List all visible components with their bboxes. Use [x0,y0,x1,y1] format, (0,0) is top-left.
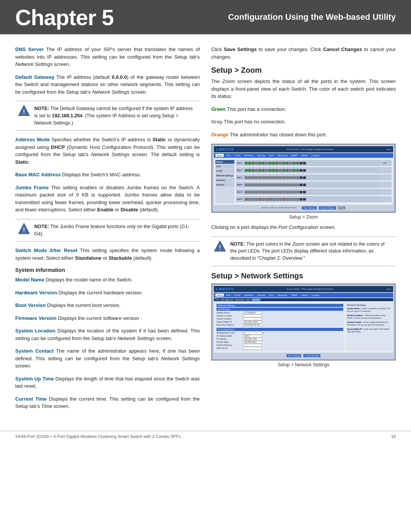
port[interactable] [245,184,248,186]
port[interactable] [303,169,306,172]
port[interactable] [265,169,268,172]
port[interactable] [282,191,285,193]
port[interactable] [282,169,285,172]
port[interactable] [299,176,303,179]
port[interactable] [279,184,282,186]
nav-admin[interactable]: Admin [300,154,309,157]
nn-statistics[interactable]: Statistics [243,294,254,297]
port[interactable] [293,191,296,193]
port[interactable] [262,198,265,201]
port[interactable] [276,162,279,165]
port[interactable] [248,198,251,201]
port[interactable] [272,176,275,179]
zoom-save-btn[interactable]: Save Settings [302,206,317,209]
port[interactable] [282,162,285,165]
port[interactable] [245,198,248,201]
port[interactable] [299,198,303,201]
port[interactable] [255,184,258,186]
nav-security[interactable]: Security [256,154,266,157]
nav-port[interactable]: Port [225,154,232,157]
port[interactable] [303,176,306,179]
ns-ip-address-value[interactable]: 192.168.1.254 [243,338,262,340]
port[interactable] [265,198,268,201]
port[interactable] [289,191,292,193]
nn-spanning[interactable]: Spanning [276,294,288,297]
port[interactable] [286,184,289,186]
subnav-password[interactable]: Password [235,299,244,301]
ns-dns-server-value[interactable] [243,347,262,350]
ns-mgmt-vlan-value[interactable]: 1 [243,332,262,334]
port[interactable] [299,191,303,193]
port[interactable] [255,169,258,172]
port[interactable] [299,162,303,165]
port[interactable] [255,191,258,193]
port[interactable] [286,198,289,201]
port[interactable] [272,198,275,201]
network-save-btn[interactable]: Save Settings [287,354,301,357]
port[interactable] [255,198,258,201]
port[interactable] [299,169,303,172]
ns-subnet-mask-value[interactable]: 255.255.255.0 [243,341,262,343]
port[interactable] [293,198,296,201]
ns-mac-address-value[interactable]: 00:16:b6:02:87:46 [243,324,262,326]
network-cancel-btn[interactable]: Cancel Changes [303,354,320,357]
ns-system-contact-value[interactable] [243,318,262,320]
port[interactable] [286,176,289,179]
port[interactable] [272,162,275,165]
port[interactable] [303,191,306,193]
ns-default-gw-value[interactable] [243,344,262,347]
port[interactable] [245,176,248,179]
port[interactable] [293,162,296,165]
port[interactable] [269,191,272,193]
ls-sidebar-security[interactable]: Security [215,183,234,187]
port[interactable] [258,176,261,179]
nav-spanning[interactable]: Spanning [276,154,288,157]
port[interactable] [252,176,255,179]
port[interactable] [262,169,265,172]
ns-system-name-value[interactable]: LS-SLM2048 [243,312,262,314]
port[interactable] [255,162,258,165]
subnav-management[interactable]: Management [221,299,233,301]
port[interactable] [286,191,289,193]
port[interactable] [279,198,282,201]
port[interactable] [279,162,282,165]
port[interactable] [286,169,289,172]
port[interactable] [303,198,306,201]
port[interactable] [252,191,255,193]
port[interactable] [276,198,279,201]
port[interactable] [265,176,268,179]
nav-statistics[interactable]: Statistics [243,154,254,157]
port[interactable] [289,176,292,179]
nav-vlan[interactable]: VLAN [233,154,242,157]
port[interactable] [262,184,265,186]
port[interactable] [272,169,275,172]
port[interactable] [289,162,292,165]
nav-logout[interactable]: Log/out [311,154,320,157]
ns-system-mgmt-value[interactable]: 192.168.1.254,2 [243,321,262,323]
zoom-other-btn[interactable]: Help [338,206,345,209]
port[interactable] [296,176,299,179]
subnav-first[interactable]: First [215,299,220,301]
port[interactable] [282,198,285,201]
port[interactable] [303,162,306,165]
port[interactable] [272,191,275,193]
port[interactable] [248,162,251,165]
port[interactable] [282,184,285,186]
nn-port[interactable]: Port [225,294,232,297]
port[interactable] [255,176,258,179]
ls-sidebar-network[interactable]: Network Settings [215,174,234,177]
port[interactable] [289,184,292,186]
port[interactable] [269,169,272,172]
port[interactable] [279,169,282,172]
nav-qos[interactable]: QoS [268,154,275,157]
port[interactable] [303,184,306,186]
port[interactable] [262,191,265,193]
port[interactable] [269,176,272,179]
port[interactable] [296,198,299,201]
port[interactable] [299,184,303,186]
ns-system-location-value[interactable] [243,315,262,317]
port[interactable] [269,198,272,201]
ls-sidebar-vlan[interactable]: VLAN [215,169,234,173]
nn-snmp[interactable]: SNMP [290,294,298,297]
port[interactable] [276,191,279,193]
